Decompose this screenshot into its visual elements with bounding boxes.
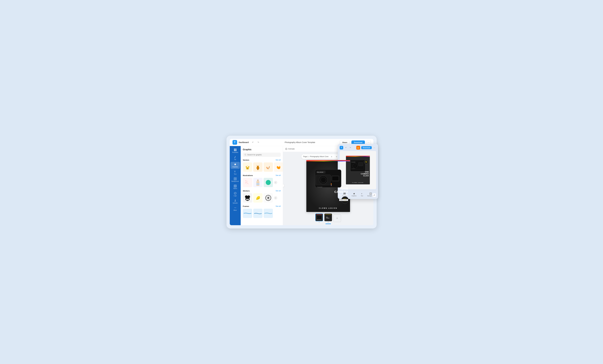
thumb-1-preview: CLOWN LEGION xyxy=(316,215,322,220)
search-input[interactable] xyxy=(247,154,279,156)
svg-point-68 xyxy=(318,216,319,218)
second-more-btn[interactable]: ··· xyxy=(373,146,376,149)
sidebar-label-graphics: Graphics xyxy=(232,166,238,168)
illustrations-title: Illustrations xyxy=(243,174,253,176)
second-title-line3: CLICK xyxy=(361,175,369,177)
sidebar-label-fill: Fill xyxy=(234,159,236,160)
thumb-1[interactable]: CLOWN LEGION xyxy=(315,214,323,221)
sidebar-item-fill[interactable]: Fill xyxy=(231,155,240,162)
svg-point-34 xyxy=(248,183,248,184)
frame-brush-3 xyxy=(264,212,272,215)
stickers-see-all[interactable]: See all xyxy=(276,190,281,192)
frames-title: Frames xyxy=(243,205,249,207)
vector-item-castle[interactable] xyxy=(243,162,252,172)
stickers-row: › xyxy=(243,193,281,203)
thumb-num-2: 2 xyxy=(324,222,332,223)
frames-row xyxy=(243,209,281,218)
animate-button[interactable]: Animate xyxy=(285,148,295,150)
illustration-item-circle[interactable] xyxy=(264,178,273,187)
vector-item-deer[interactable] xyxy=(253,162,263,172)
svg-rect-1 xyxy=(235,149,236,150)
second-nav-text[interactable]: T Text xyxy=(360,192,364,197)
grid-icon xyxy=(234,148,237,151)
second-nav-graphics-label: Graphics xyxy=(352,195,357,196)
vector-item-moon[interactable] xyxy=(274,162,283,172)
vector-item-leaves[interactable] xyxy=(264,162,273,172)
app-logo[interactable]: T xyxy=(232,140,237,145)
sidebar-item-graphics[interactable]: Graphics xyxy=(231,162,240,169)
sidebar-item-text[interactable]: T Text xyxy=(231,169,240,176)
sticker-item-wheel[interactable] xyxy=(264,193,273,203)
background-icon xyxy=(234,177,237,180)
page-up-btn[interactable]: ∧ xyxy=(330,155,333,158)
redo-button[interactable]: ↷ xyxy=(256,140,260,144)
second-undo-btn[interactable]: ↶ xyxy=(344,146,348,149)
second-download-button[interactable]: Download xyxy=(361,146,372,149)
moon-vector xyxy=(275,164,282,171)
vectors-see-all[interactable]: See all xyxy=(276,159,281,161)
main-app-window: T Dashboard ↶ ↷ Photography Album Cover … xyxy=(226,136,377,228)
second-canvas-area: POLAROID Pronto600 REBEL REVOLT TOUR ONE… xyxy=(340,151,376,189)
second-background-icon xyxy=(370,193,372,195)
thumb-container-1: CLOWN LEGION 1 xyxy=(315,214,323,223)
sidebar-item-uploads[interactable]: Uploads xyxy=(231,198,240,205)
svg-rect-35 xyxy=(257,180,259,181)
svg-point-30 xyxy=(247,181,248,182)
sticker-item-mickey[interactable] xyxy=(243,193,252,203)
svg-text:T: T xyxy=(361,193,362,194)
vectors-title: Vectors xyxy=(243,159,249,161)
second-nav-graphics[interactable]: Graphics xyxy=(351,192,358,197)
second-camera: POLAROID Pronto600 xyxy=(350,160,365,171)
frame-item-2[interactable] xyxy=(253,209,263,218)
sidebar-item-templates[interactable]: Templates xyxy=(231,148,240,154)
frame-item-3[interactable] xyxy=(264,209,273,218)
frame-brush-1 xyxy=(244,212,252,215)
illustrations-section-header: Illustrations See all xyxy=(243,174,281,176)
svg-point-33 xyxy=(246,183,246,184)
sidebar-item-logo[interactable]: Logo xyxy=(231,191,240,198)
svg-text:CAMERA: CAMERA xyxy=(326,218,329,218)
thumb-2-inner: ONE CAMERA xyxy=(325,214,332,221)
illustrations-see-all[interactable]: See all xyxy=(276,174,281,176)
svg-rect-20 xyxy=(246,166,247,168)
second-title: ONE CAMERA CLICK xyxy=(361,171,369,177)
svg-text:POLAROID: POLAROID xyxy=(317,171,324,173)
sidebar-item-background[interactable]: Background xyxy=(231,176,240,183)
illustrations-next-btn[interactable]: › xyxy=(274,181,277,184)
add-page-button[interactable]: + xyxy=(333,215,341,222)
dots-illustration xyxy=(244,179,251,186)
svg-line-18 xyxy=(246,155,246,155)
thumb-2[interactable]: ONE CAMERA xyxy=(324,214,332,221)
thumb-2-preview: ONE CAMERA xyxy=(325,215,331,220)
svg-point-57 xyxy=(321,178,325,182)
sidebar-item-tables[interactable]: Tables xyxy=(231,183,240,191)
svg-rect-63 xyxy=(331,185,331,186)
frames-see-all[interactable]: See all xyxy=(276,205,281,207)
sidebar-item-more[interactable]: More xyxy=(231,205,240,212)
svg-point-41 xyxy=(246,199,247,200)
svg-rect-3 xyxy=(235,150,236,151)
second-title-line2: CAMERA xyxy=(361,173,369,175)
svg-rect-8 xyxy=(234,185,236,187)
graphic-panel: Graphic Vectors See all xyxy=(241,146,283,225)
svg-text:POLAROID: POLAROID xyxy=(351,162,355,162)
svg-text:ONE: ONE xyxy=(326,217,328,217)
stickers-next-btn[interactable]: › xyxy=(274,196,277,200)
illustration-item-dots[interactable] xyxy=(243,178,252,187)
svg-point-15 xyxy=(235,207,235,208)
dashboard-label: Dashboard xyxy=(239,141,249,143)
undo-button[interactable]: ↶ xyxy=(251,140,255,144)
svg-rect-24 xyxy=(257,169,258,170)
sticker-item-banana[interactable] xyxy=(253,193,263,203)
deer-vector xyxy=(255,164,261,171)
stickers-title: Stickers xyxy=(243,190,250,192)
advisory-label: PARENTAL ADVISORY xyxy=(339,199,348,201)
frame-item-1[interactable] xyxy=(243,209,252,218)
animate-icon xyxy=(285,148,287,150)
circle-illustration xyxy=(265,179,272,186)
svg-rect-7 xyxy=(234,178,236,180)
svg-rect-25 xyxy=(258,169,258,170)
second-app-logo[interactable]: T xyxy=(340,146,343,149)
second-redo-btn[interactable]: ↷ xyxy=(349,146,352,149)
illustration-item-bottle[interactable] xyxy=(253,178,263,187)
